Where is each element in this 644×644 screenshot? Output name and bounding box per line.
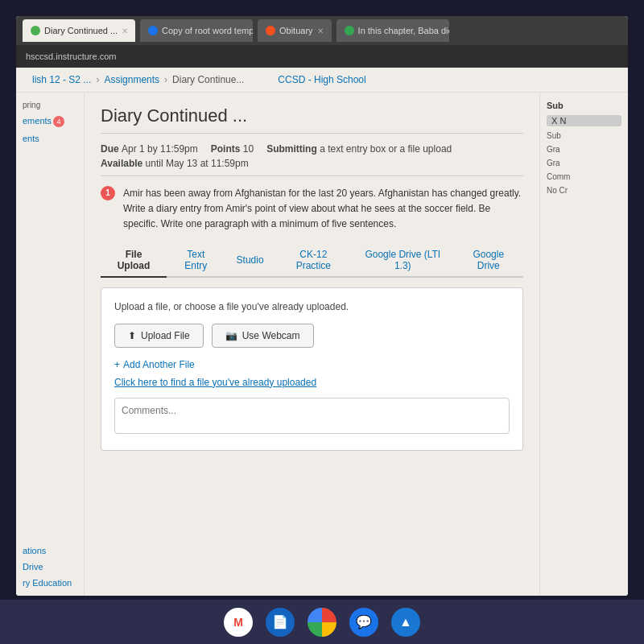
taskbar: M 📄 💬 ▲ (0, 600, 644, 644)
drive-symbol: ▲ (399, 615, 412, 630)
instruction-text: Amir has been away from Afghanistan for … (123, 186, 523, 233)
upload-file-button[interactable]: ⬆ Upload File (114, 324, 204, 348)
tab-label-chapter: In this chapter, Baba dies o... (358, 26, 449, 35)
taskbar-docs-icon[interactable]: 📄 (266, 608, 295, 637)
breadcrumb: lish 12 - S2 ... › Assignments › Diary C… (16, 68, 628, 93)
upload-tabs: File Upload Text Entry Studio CK-12 Prac… (101, 244, 523, 278)
add-file-label: Add Another File (123, 359, 195, 370)
breadcrumb-sep-1: › (96, 74, 99, 85)
breadcrumb-sep-2: › (164, 74, 167, 85)
breadcrumb-course[interactable]: lish 12 - S2 ... (32, 74, 91, 85)
add-another-file-link[interactable]: + Add Another File (114, 359, 510, 370)
sidebar-item-education[interactable]: ry Education (23, 578, 77, 588)
tab-label-root: Copy of root word template (162, 26, 253, 35)
use-webcam-button[interactable]: 📷 Use Webcam (212, 324, 314, 348)
docs-symbol: 📄 (272, 614, 288, 630)
tab-icon-root (148, 26, 158, 35)
tab-obituary[interactable]: Obituary ✕ (258, 19, 332, 42)
tab-label-diary: Diary Continued ... (44, 26, 118, 35)
instruction-badge: 1 (101, 186, 115, 200)
tab-icon-obituary (266, 26, 275, 35)
gmail-letter: M (233, 616, 243, 629)
tab-chapter[interactable]: In this chapter, Baba dies o... ✕ (336, 19, 449, 42)
points-label: Points (211, 143, 243, 155)
right-close-button[interactable]: X N (547, 115, 621, 126)
due-label: Due (101, 143, 122, 155)
sidebar-top-label: pring (23, 101, 77, 109)
sidebar-badge-assignments: 4 (53, 116, 64, 127)
comments-field[interactable] (114, 398, 510, 434)
right-item-gra1: Gra (547, 145, 621, 154)
tab-close-obituary[interactable]: ✕ (317, 27, 324, 35)
taskbar-hangouts-icon[interactable]: 💬 (349, 608, 378, 637)
webcam-label: Use Webcam (242, 330, 300, 341)
sidebar: pring ements4 ents ations Drive ry Educa… (16, 93, 85, 596)
breadcrumb-assignments[interactable]: Assignments (104, 74, 159, 85)
address-bar: hsccsd.instructure.com (16, 45, 628, 68)
instructions: 1 Amir has been away from Afghanistan fo… (101, 186, 523, 233)
meta-row-2: Available until May 13 at 11:59pm (101, 158, 523, 176)
tab-file-upload[interactable]: File Upload (101, 244, 167, 278)
upload-hint: Upload a file, or choose a file you've a… (114, 301, 510, 312)
right-panel-title: Sub (547, 101, 621, 110)
already-uploaded-link[interactable]: Click here to find a file you've already… (114, 377, 510, 388)
taskbar-gmail-icon[interactable]: M (224, 608, 253, 637)
tab-icon-chapter (345, 26, 354, 35)
sidebar-item-ents[interactable]: ents (23, 134, 39, 143)
upload-file-label: Upload File (141, 330, 190, 341)
tab-google-drive[interactable]: Google Drive (454, 244, 524, 278)
tab-icon-diary (31, 26, 40, 35)
available-value: until May 13 at 11:59pm (146, 158, 249, 169)
tab-label-obituary: Obituary (279, 26, 313, 35)
right-item-comm: Comm (547, 172, 621, 181)
submitting-label: Submitting (266, 143, 320, 155)
taskbar-chrome-icon[interactable] (308, 608, 336, 637)
tab-root-word[interactable]: Copy of root word template ✕ (140, 19, 253, 42)
right-panel: Sub X N Sub Gra Gra Comm No Cr (539, 93, 628, 596)
upload-buttons: ⬆ Upload File 📷 Use Webcam (114, 324, 510, 348)
sidebar-item-ations[interactable]: ations (23, 546, 77, 555)
due-value: Apr 1 by 11:59pm (122, 143, 198, 155)
right-item-sub: Sub (547, 131, 621, 140)
url-text: hsccsd.instructure.com (26, 52, 116, 61)
meta-row-1: Due Apr 1 by 11:59pm Points 10 Submittin… (101, 143, 523, 155)
tab-google-drive-lti[interactable]: Google Drive (LTI 1.3) (352, 244, 453, 278)
plus-icon: + (114, 359, 120, 370)
breadcrumb-center-link[interactable]: CCSD - High School (278, 74, 365, 85)
tab-studio[interactable]: Studio (225, 244, 275, 278)
upload-box: Upload a file, or choose a file you've a… (101, 287, 523, 451)
tab-close-diary[interactable]: ✕ (122, 27, 128, 35)
available-label: Available (101, 158, 146, 169)
taskbar-drive-icon[interactable]: ▲ (391, 608, 420, 637)
upload-icon: ⬆ (128, 330, 136, 341)
hangouts-symbol: 💬 (356, 614, 372, 630)
tab-text-entry[interactable]: Text Entry (167, 244, 225, 278)
breadcrumb-current: Diary Continue... (172, 74, 244, 85)
tab-diary-continued[interactable]: Diary Continued ... ✕ (23, 19, 135, 42)
points-value: 10 (243, 143, 254, 155)
main-content: Diary Continued ... Due Apr 1 by 11:59pm… (85, 93, 539, 596)
sidebar-item-assignments[interactable]: ements4 (23, 116, 64, 126)
tab-ck12[interactable]: CK-12 Practice (275, 244, 352, 278)
webcam-icon: 📷 (225, 330, 237, 341)
right-item-gra2: Gra (547, 159, 621, 167)
page-title: Diary Continued ... (101, 105, 523, 134)
right-item-nocr: No Cr (547, 186, 621, 195)
sidebar-item-drive[interactable]: Drive (23, 562, 77, 572)
submitting-value: a text entry box or a file upload (320, 143, 452, 155)
